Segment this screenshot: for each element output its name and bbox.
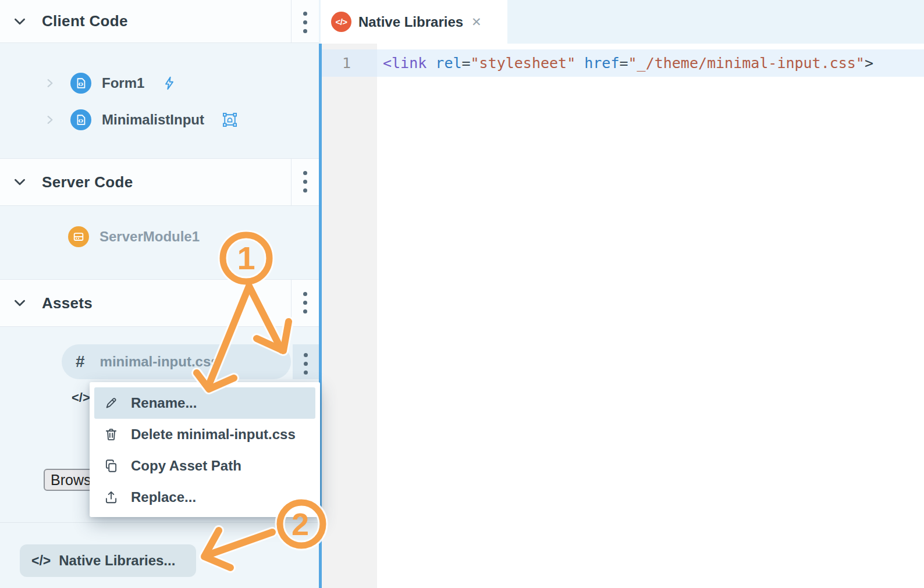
menu-item-label: Replace... (131, 489, 196, 505)
code-icon: </> (31, 553, 51, 569)
assets-menu-button[interactable] (298, 292, 311, 313)
form-icon (70, 109, 91, 130)
section-title: Server Code (42, 173, 133, 191)
asset-label: minimal-input.css (100, 354, 219, 370)
native-libraries-label: Native Libraries... (59, 553, 175, 569)
close-icon[interactable]: ✕ (471, 16, 482, 28)
css-asset-icon: # (76, 352, 85, 371)
sidebar-item-form1[interactable]: Form1 (0, 69, 319, 97)
form-icon (70, 73, 91, 94)
code-icon: </> (72, 390, 90, 405)
divider (0, 522, 319, 523)
upload-icon (104, 490, 119, 505)
sidebar-item-servermodule1[interactable]: ServerModule1 (0, 223, 319, 251)
native-libraries-tab-icon: </> (331, 12, 351, 32)
chevron-down-icon (12, 295, 27, 311)
client-code-menu-button[interactable] (298, 12, 311, 33)
trash-icon (104, 427, 119, 442)
section-title: Client Code (42, 12, 128, 30)
menu-item-label: Copy Asset Path (131, 458, 241, 474)
item-label: Form1 (102, 75, 144, 91)
menu-item-label: Delete minimal-input.css (131, 426, 296, 443)
asset-menu-button[interactable] (293, 344, 319, 379)
kebab-icon (299, 353, 312, 375)
pencil-icon (104, 395, 119, 411)
section-header-assets[interactable]: Assets (0, 279, 319, 327)
tab-native-libraries[interactable]: </> Native Libraries ✕ (321, 0, 507, 44)
menu-item-replace[interactable]: Replace... (94, 482, 315, 513)
asset-item-minimal-input-css[interactable]: # minimal-input.css (62, 344, 291, 379)
context-menu: Rename... Delete minimal-input.css Copy … (90, 382, 320, 517)
line-number: 1 (322, 49, 351, 77)
lightning-icon (162, 76, 177, 91)
section-header-client-code[interactable]: Client Code (0, 0, 319, 43)
section-title: Assets (42, 294, 93, 312)
menu-item-label: Rename... (131, 395, 197, 411)
chevron-right-icon (44, 77, 56, 89)
section-header-server-code[interactable]: Server Code (0, 158, 319, 206)
component-icon (222, 112, 238, 128)
divider (291, 159, 292, 205)
item-label: ServerModule1 (99, 229, 200, 245)
browse-button-label: Brows (51, 472, 91, 489)
chevron-down-icon (12, 174, 27, 190)
chevron-right-icon (44, 114, 56, 126)
sidebar-item-minimalistinput[interactable]: MinimalistInput (0, 106, 319, 134)
item-label: MinimalistInput (102, 112, 204, 128)
divider (291, 280, 292, 326)
menu-item-copy-asset-path[interactable]: Copy Asset Path (94, 450, 315, 482)
server-module-icon (68, 226, 89, 247)
editor-gutter (322, 44, 377, 588)
copy-icon (104, 458, 119, 473)
divider (291, 0, 292, 42)
tab-label: Native Libraries (358, 14, 463, 30)
chevron-down-icon (12, 14, 27, 29)
menu-item-rename[interactable]: Rename... (94, 387, 315, 419)
native-libraries-button[interactable]: </> Native Libraries... (20, 544, 196, 577)
server-code-menu-button[interactable] (298, 171, 311, 193)
code-line[interactable]: <link rel="stylesheet" href="_/theme/min… (383, 49, 873, 77)
code-editor[interactable] (377, 44, 924, 588)
menu-item-delete[interactable]: Delete minimal-input.css (94, 419, 315, 450)
